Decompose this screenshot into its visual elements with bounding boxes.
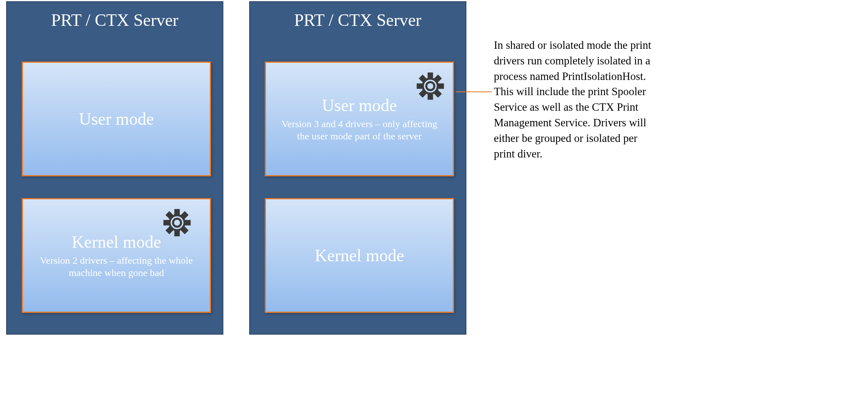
server-1-kernel-mode-box: Kernel mode Version 2 drivers – affectin…	[22, 198, 211, 313]
server-2-user-mode-title: User mode	[280, 96, 439, 115]
svg-rect-6	[182, 212, 187, 218]
server-box-2: PRT / CTX Server User mode	[249, 1, 466, 335]
svg-rect-2	[175, 210, 179, 214]
svg-point-10	[426, 82, 434, 90]
svg-rect-14	[418, 84, 422, 88]
svg-rect-18	[420, 76, 426, 82]
connector-line	[456, 91, 492, 92]
server-2-user-mode-subtitle: Version 3 and 4 drivers – only affecting…	[280, 118, 439, 142]
server-1-kernel-mode-title: Kernel mode	[37, 232, 196, 252]
server-1-title: PRT / CTX Server	[7, 10, 223, 30]
server-2-title: PRT / CTX Server	[250, 10, 466, 30]
svg-rect-16	[435, 76, 441, 82]
server-2-kernel-mode-title: Kernel mode	[280, 246, 439, 265]
annotation-text: In shared or isolated mode the print dri…	[494, 38, 658, 162]
server-box-1: PRT / CTX Server User mode	[6, 1, 223, 335]
server-1-user-mode-box: User mode	[22, 62, 211, 176]
server-1-kernel-mode-subtitle: Version 2 drivers – affecting the whole …	[37, 254, 196, 279]
svg-rect-4	[164, 221, 169, 224]
svg-rect-8	[167, 212, 173, 218]
server-1-user-mode-title: User mode	[37, 109, 196, 129]
svg-rect-12	[429, 73, 432, 78]
svg-rect-15	[439, 84, 443, 88]
server-2-user-mode-box: User mode Version 3 and 4 drivers – only…	[265, 62, 454, 176]
svg-rect-5	[185, 221, 190, 224]
svg-point-0	[173, 219, 181, 227]
server-2-kernel-mode-box: Kernel mode	[265, 198, 454, 313]
